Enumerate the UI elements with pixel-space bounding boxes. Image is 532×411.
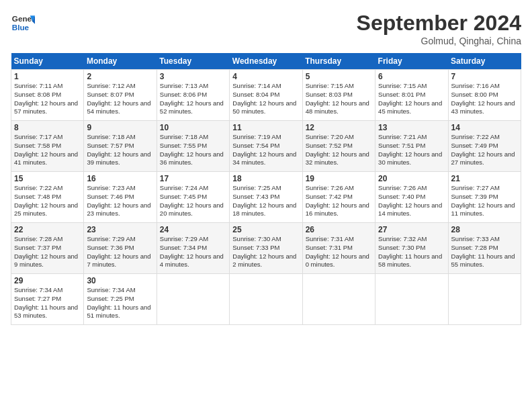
day-info: Sunrise: 7:33 AMSunset: 7:28 PMDaylight:… (451, 235, 518, 269)
calendar-cell: 5Sunrise: 7:15 AMSunset: 8:03 PMDaylight… (302, 70, 375, 121)
day-info: Sunrise: 7:15 AMSunset: 8:03 PMDaylight:… (306, 82, 372, 116)
day-info: Sunrise: 7:21 AMSunset: 7:51 PMDaylight:… (378, 133, 445, 167)
calendar-cell (230, 274, 302, 325)
day-info: Sunrise: 7:32 AMSunset: 7:30 PMDaylight:… (378, 235, 445, 269)
calendar-cell: 8Sunrise: 7:17 AMSunset: 7:58 PMDaylight… (11, 121, 84, 172)
day-number: 18 (232, 174, 299, 183)
svg-text:Blue: Blue (12, 23, 30, 32)
calendar-cell: 10Sunrise: 7:18 AMSunset: 7:55 PMDayligh… (157, 121, 229, 172)
day-header-sunday: Sunday (11, 53, 84, 70)
day-number: 15 (14, 174, 81, 183)
day-info: Sunrise: 7:16 AMSunset: 8:00 PMDaylight:… (451, 82, 518, 116)
day-info: Sunrise: 7:18 AMSunset: 7:55 PMDaylight:… (160, 133, 226, 167)
day-header-thursday: Thursday (302, 53, 375, 70)
day-info: Sunrise: 7:15 AMSunset: 8:01 PMDaylight:… (378, 82, 445, 116)
calendar-table: SundayMondayTuesdayWednesdayThursdayFrid… (11, 53, 521, 325)
day-info: Sunrise: 7:27 AMSunset: 7:39 PMDaylight:… (451, 184, 518, 218)
day-info: Sunrise: 7:29 AMSunset: 7:36 PMDaylight:… (87, 235, 153, 269)
calendar-cell: 29Sunrise: 7:34 AMSunset: 7:27 PMDayligh… (11, 274, 84, 325)
day-number: 16 (87, 174, 153, 183)
calendar-cell: 23Sunrise: 7:29 AMSunset: 7:36 PMDayligh… (84, 223, 157, 274)
logo: General Blue (11, 11, 35, 35)
day-number: 7 (451, 72, 518, 81)
location: Golmud, Qinghai, China (357, 36, 521, 46)
day-number: 3 (160, 72, 226, 81)
day-info: Sunrise: 7:13 AMSunset: 8:06 PMDaylight:… (160, 82, 226, 116)
day-header-saturday: Saturday (448, 53, 521, 70)
calendar-cell: 26Sunrise: 7:31 AMSunset: 7:31 PMDayligh… (302, 223, 375, 274)
calendar-cell: 6Sunrise: 7:15 AMSunset: 8:01 PMDaylight… (375, 70, 448, 121)
day-number: 30 (87, 276, 153, 285)
day-number: 23 (87, 225, 153, 234)
calendar-cell: 12Sunrise: 7:20 AMSunset: 7:52 PMDayligh… (302, 121, 375, 172)
days-header-row: SundayMondayTuesdayWednesdayThursdayFrid… (11, 53, 521, 70)
day-number: 10 (160, 123, 226, 132)
calendar-cell: 9Sunrise: 7:18 AMSunset: 7:57 PMDaylight… (84, 121, 157, 172)
week-row-5: 29Sunrise: 7:34 AMSunset: 7:27 PMDayligh… (11, 274, 521, 325)
calendar-cell (448, 274, 521, 325)
day-info: Sunrise: 7:14 AMSunset: 8:04 PMDaylight:… (232, 82, 299, 116)
day-info: Sunrise: 7:18 AMSunset: 7:57 PMDaylight:… (87, 133, 153, 167)
day-info: Sunrise: 7:19 AMSunset: 7:54 PMDaylight:… (232, 133, 299, 167)
day-number: 28 (451, 225, 518, 234)
title-section: September 2024 Golmud, Qinghai, China (357, 11, 521, 46)
calendar-cell: 18Sunrise: 7:25 AMSunset: 7:43 PMDayligh… (230, 172, 302, 223)
calendar-cell: 25Sunrise: 7:30 AMSunset: 7:33 PMDayligh… (230, 223, 302, 274)
calendar-cell: 28Sunrise: 7:33 AMSunset: 7:28 PMDayligh… (448, 223, 521, 274)
day-number: 9 (87, 123, 153, 132)
day-number: 12 (306, 123, 372, 132)
calendar-cell: 16Sunrise: 7:23 AMSunset: 7:46 PMDayligh… (84, 172, 157, 223)
day-number: 5 (306, 72, 372, 81)
day-number: 13 (378, 123, 445, 132)
calendar-cell: 4Sunrise: 7:14 AMSunset: 8:04 PMDaylight… (230, 70, 302, 121)
day-info: Sunrise: 7:17 AMSunset: 7:58 PMDaylight:… (14, 133, 81, 167)
calendar-cell: 15Sunrise: 7:22 AMSunset: 7:48 PMDayligh… (11, 172, 84, 223)
calendar-cell: 27Sunrise: 7:32 AMSunset: 7:30 PMDayligh… (375, 223, 448, 274)
day-number: 14 (451, 123, 518, 132)
calendar-cell: 14Sunrise: 7:22 AMSunset: 7:49 PMDayligh… (448, 121, 521, 172)
calendar-cell: 2Sunrise: 7:12 AMSunset: 8:07 PMDaylight… (84, 70, 157, 121)
day-header-wednesday: Wednesday (230, 53, 302, 70)
day-number: 21 (451, 174, 518, 183)
day-info: Sunrise: 7:11 AMSunset: 8:08 PMDaylight:… (14, 82, 81, 116)
calendar-cell: 7Sunrise: 7:16 AMSunset: 8:00 PMDaylight… (448, 70, 521, 121)
day-number: 4 (232, 72, 299, 81)
day-info: Sunrise: 7:30 AMSunset: 7:33 PMDaylight:… (232, 235, 299, 269)
day-info: Sunrise: 7:20 AMSunset: 7:52 PMDaylight:… (306, 133, 372, 167)
header: General Blue September 2024 Golmud, Qing… (11, 11, 521, 46)
day-info: Sunrise: 7:22 AMSunset: 7:49 PMDaylight:… (451, 133, 518, 167)
day-number: 26 (306, 225, 372, 234)
day-info: Sunrise: 7:28 AMSunset: 7:37 PMDaylight:… (14, 235, 81, 269)
calendar-cell: 30Sunrise: 7:34 AMSunset: 7:25 PMDayligh… (84, 274, 157, 325)
day-number: 11 (232, 123, 299, 132)
day-info: Sunrise: 7:12 AMSunset: 8:07 PMDaylight:… (87, 82, 153, 116)
day-info: Sunrise: 7:34 AMSunset: 7:27 PMDaylight:… (14, 286, 81, 320)
calendar-cell: 13Sunrise: 7:21 AMSunset: 7:51 PMDayligh… (375, 121, 448, 172)
day-info: Sunrise: 7:34 AMSunset: 7:25 PMDaylight:… (87, 286, 153, 320)
day-info: Sunrise: 7:31 AMSunset: 7:31 PMDaylight:… (306, 235, 372, 269)
day-header-friday: Friday (375, 53, 448, 70)
day-number: 25 (232, 225, 299, 234)
calendar-cell: 1Sunrise: 7:11 AMSunset: 8:08 PMDaylight… (11, 70, 84, 121)
day-number: 27 (378, 225, 445, 234)
day-header-monday: Monday (84, 53, 157, 70)
calendar-cell (375, 274, 448, 325)
day-header-tuesday: Tuesday (157, 53, 229, 70)
week-row-1: 1Sunrise: 7:11 AMSunset: 8:08 PMDaylight… (11, 70, 521, 121)
calendar-cell: 20Sunrise: 7:26 AMSunset: 7:40 PMDayligh… (375, 172, 448, 223)
calendar-cell: 19Sunrise: 7:26 AMSunset: 7:42 PMDayligh… (302, 172, 375, 223)
month-title: September 2024 (357, 11, 521, 36)
day-number: 17 (160, 174, 226, 183)
calendar-cell: 17Sunrise: 7:24 AMSunset: 7:45 PMDayligh… (157, 172, 229, 223)
calendar-cell (157, 274, 229, 325)
calendar-cell: 3Sunrise: 7:13 AMSunset: 8:06 PMDaylight… (157, 70, 229, 121)
day-number: 20 (378, 174, 445, 183)
day-number: 29 (14, 276, 81, 285)
day-info: Sunrise: 7:29 AMSunset: 7:34 PMDaylight:… (160, 235, 226, 269)
day-number: 6 (378, 72, 445, 81)
week-row-4: 22Sunrise: 7:28 AMSunset: 7:37 PMDayligh… (11, 223, 521, 274)
day-info: Sunrise: 7:26 AMSunset: 7:40 PMDaylight:… (378, 184, 445, 218)
day-number: 24 (160, 225, 226, 234)
calendar-cell (302, 274, 375, 325)
day-info: Sunrise: 7:24 AMSunset: 7:45 PMDaylight:… (160, 184, 226, 218)
